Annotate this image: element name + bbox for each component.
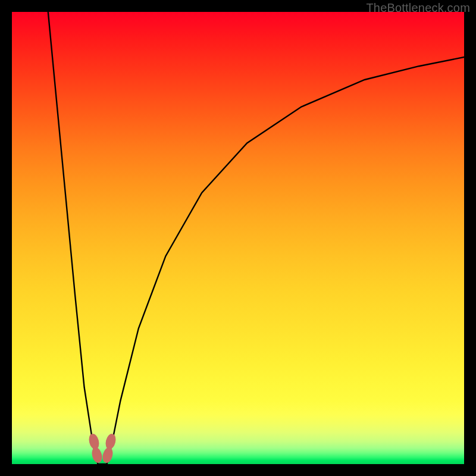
chart-frame: TheBottleneck.com <box>0 0 476 476</box>
marker-right-upper <box>104 433 117 450</box>
marker-right-lower <box>101 446 114 464</box>
marker-layer <box>12 12 464 464</box>
plot-area <box>12 12 464 464</box>
watermark-text: TheBottleneck.com <box>366 1 470 15</box>
marker-left-lower <box>90 446 104 464</box>
